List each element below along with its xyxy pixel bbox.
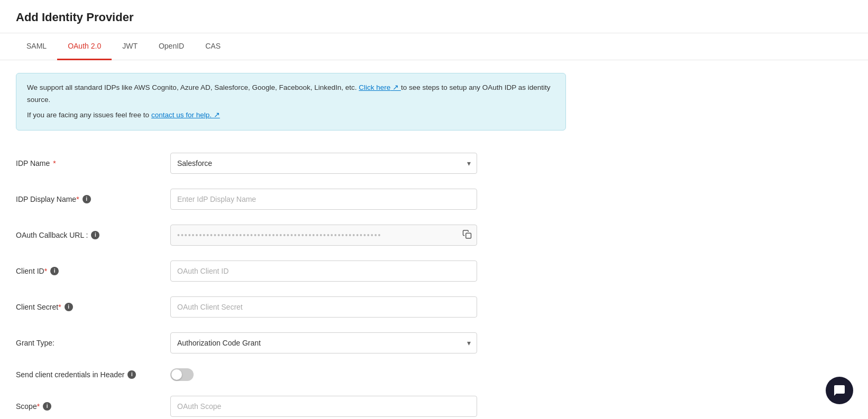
client-secret-label: Client Secret* i: [16, 303, 164, 311]
grant-type-select[interactable]: Authorization Code Grant Implicit Grant …: [170, 332, 477, 353]
client-secret-info-icon[interactable]: i: [65, 303, 73, 311]
toggle-knob: [171, 369, 182, 380]
form-row-grant-type: Grant Type: Authorization Code Grant Imp…: [16, 325, 566, 361]
send-credentials-toggle-wrapper: [170, 368, 194, 381]
required-star3: *: [44, 267, 47, 275]
send-credentials-label: Send client credentials in Header i: [16, 370, 164, 379]
idp-display-name-label: IDP Display Name* i: [16, 195, 164, 203]
client-id-label: Client ID* i: [16, 267, 164, 275]
banner-link2[interactable]: contact us for help. ↗: [151, 111, 220, 119]
idp-display-name-info-icon[interactable]: i: [83, 195, 91, 203]
tab-jwt[interactable]: JWT: [112, 33, 148, 60]
idp-display-name-input[interactable]: [170, 189, 477, 210]
scope-label: Scope* i: [16, 402, 164, 411]
form-row-client-secret: Client Secret* i: [16, 289, 566, 325]
svg-rect-0: [466, 233, 471, 238]
form-section: IDP Name* Salesforce AWS Cognito Azure A…: [16, 145, 566, 419]
form-row-scope: Scope* i: [16, 388, 566, 419]
tab-oauth2[interactable]: OAuth 2.0: [57, 33, 112, 60]
banner-text3: If you are facing any issues feel free t…: [27, 111, 149, 119]
grant-type-label: Grant Type:: [16, 339, 164, 347]
client-secret-input[interactable]: [170, 296, 477, 318]
chat-icon: [833, 384, 846, 397]
tab-saml[interactable]: SAML: [16, 33, 57, 60]
callback-url-input[interactable]: [170, 225, 477, 246]
client-id-info-icon[interactable]: i: [50, 267, 59, 275]
callback-url-label: OAuth Callback URL : i: [16, 231, 164, 239]
required-star2: *: [76, 195, 79, 203]
form-row-send-credentials: Send client credentials in Header i: [16, 361, 566, 388]
send-credentials-toggle[interactable]: [170, 368, 194, 381]
idp-name-select[interactable]: Salesforce AWS Cognito Azure AD Google F…: [170, 153, 477, 174]
client-id-input[interactable]: [170, 260, 477, 282]
chat-button[interactable]: [826, 377, 853, 404]
callback-url-wrapper: [170, 225, 477, 246]
tab-cas[interactable]: CAS: [195, 33, 231, 60]
form-row-client-id: Client ID* i: [16, 253, 566, 289]
page-header: Add Identity Provider: [0, 0, 868, 33]
info-banner: We support all standard IDPs like AWS Co…: [16, 73, 566, 131]
form-row-callback-url: OAuth Callback URL : i: [16, 217, 566, 253]
banner-link1[interactable]: Click here ↗: [359, 83, 401, 91]
copy-icon[interactable]: [462, 229, 472, 240]
required-star5: *: [37, 402, 40, 411]
send-credentials-info-icon[interactable]: i: [127, 370, 136, 379]
page-title: Add Identity Provider: [16, 11, 852, 24]
required-star4: *: [58, 303, 61, 311]
callback-url-info-icon[interactable]: i: [91, 231, 99, 239]
content-area: We support all standard IDPs like AWS Co…: [0, 60, 582, 419]
scope-info-icon[interactable]: i: [43, 402, 51, 411]
scope-input[interactable]: [170, 396, 477, 417]
idp-name-label: IDP Name*: [16, 159, 164, 167]
form-row-idp-display-name: IDP Display Name* i: [16, 181, 566, 217]
banner-text1: We support all standard IDPs like AWS Co…: [27, 83, 357, 91]
form-row-idp-name: IDP Name* Salesforce AWS Cognito Azure A…: [16, 145, 566, 181]
tabs-container: SAML OAuth 2.0 JWT OpenID CAS: [0, 33, 868, 60]
grant-type-select-wrapper: Authorization Code Grant Implicit Grant …: [170, 332, 477, 353]
required-star: *: [53, 159, 56, 167]
tab-openid[interactable]: OpenID: [148, 33, 195, 60]
idp-name-select-wrapper: Salesforce AWS Cognito Azure AD Google F…: [170, 153, 477, 174]
